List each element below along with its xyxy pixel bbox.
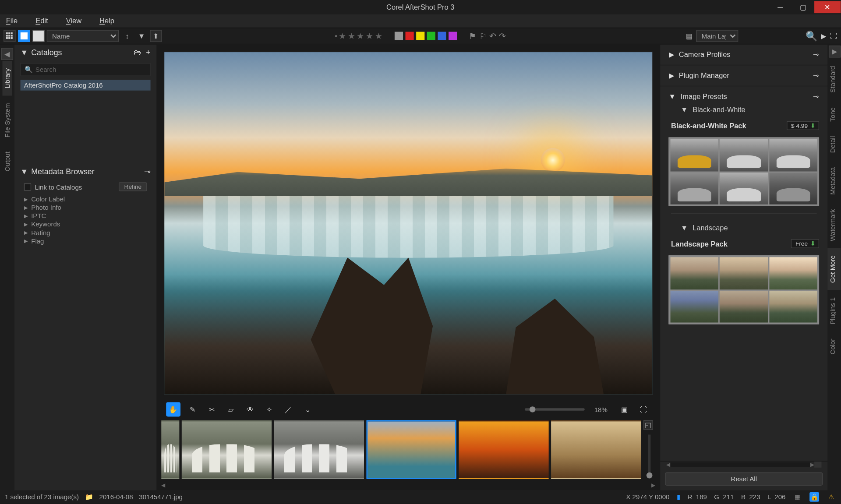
- meta-keywords[interactable]: ▶Keywords: [24, 220, 147, 228]
- land-preset-1[interactable]: [671, 257, 719, 289]
- swatch-gray[interactable]: [395, 32, 403, 40]
- thumb-3-selected[interactable]: [367, 420, 456, 479]
- layer-dropdown[interactable]: Main Layer: [696, 30, 738, 42]
- status-warn-icon[interactable]: ⚠: [826, 492, 836, 502]
- bw-preset-2[interactable]: [720, 139, 768, 171]
- heal-tool[interactable]: ✧: [262, 402, 276, 417]
- status-lock-icon[interactable]: 🔒: [809, 492, 819, 502]
- thumb-4[interactable]: [459, 420, 548, 479]
- land-preset-2[interactable]: [720, 257, 768, 289]
- land-preset-6[interactable]: [769, 290, 817, 322]
- bw-subheader[interactable]: ▼Black-and-White: [669, 103, 820, 116]
- rating-stars[interactable]: •★★★★★: [335, 31, 382, 41]
- right-hscroll[interactable]: ◀▶: [660, 462, 827, 468]
- rtab-metadata[interactable]: Metadata: [827, 160, 841, 202]
- menu-help[interactable]: Help: [99, 17, 114, 25]
- rtab-getmore[interactable]: Get More: [827, 248, 841, 290]
- fit-icon[interactable]: ▣: [617, 402, 632, 417]
- landscape-subheader[interactable]: ▼Landscape: [669, 221, 820, 234]
- import-button[interactable]: ⬆: [150, 30, 162, 42]
- thumb-5[interactable]: [551, 420, 641, 479]
- compare-view-button[interactable]: [32, 30, 44, 42]
- grid-view-button[interactable]: [4, 30, 15, 42]
- tab-library[interactable]: Library: [2, 61, 12, 96]
- status-grid-icon[interactable]: ▦: [793, 492, 802, 502]
- rtab-color[interactable]: Color: [827, 331, 841, 362]
- plugin-manager-header[interactable]: ▶Plugin Manager⊸: [669, 69, 820, 82]
- pan-tool[interactable]: ✋: [166, 402, 180, 417]
- swatch-blue[interactable]: [438, 32, 446, 40]
- metadata-pin-icon[interactable]: ⊸: [144, 167, 151, 176]
- brush-tool[interactable]: ／: [281, 402, 296, 417]
- meta-iptc[interactable]: ▶IPTC: [24, 211, 147, 220]
- color-labels[interactable]: [395, 32, 457, 40]
- filmstrip-expand-icon[interactable]: ◱: [643, 420, 653, 430]
- camera-profiles-header[interactable]: ▶Camera Profiles⊸: [669, 48, 820, 61]
- filter-button[interactable]: ▼: [135, 30, 147, 42]
- land-preset-4[interactable]: [671, 290, 719, 322]
- redeye-tool[interactable]: 👁: [243, 402, 258, 417]
- swatch-red[interactable]: [405, 32, 413, 40]
- bw-preset-1[interactable]: [671, 139, 719, 171]
- tab-filesystem[interactable]: File System: [2, 96, 12, 145]
- bw-preset-3[interactable]: [769, 139, 817, 171]
- expand-icon[interactable]: ⛶: [636, 402, 651, 417]
- layers-icon[interactable]: ▤: [686, 32, 693, 40]
- search-input[interactable]: 🔍 Search: [21, 63, 151, 76]
- rtab-plugins[interactable]: Plugins 1: [827, 290, 841, 331]
- link-catalogs-checkbox[interactable]: [24, 183, 31, 190]
- rtab-tone[interactable]: Tone: [827, 100, 841, 129]
- single-view-button[interactable]: [18, 30, 30, 42]
- catalogs-header[interactable]: ▼ Catalogs 🗁 +: [14, 44, 157, 60]
- redo-icon[interactable]: ↷: [499, 31, 506, 41]
- swatch-purple[interactable]: [449, 32, 457, 40]
- thumb-2[interactable]: [274, 420, 364, 479]
- catalog-item[interactable]: AfterShotPro Catalog 2016: [21, 80, 151, 91]
- maximize-button[interactable]: ▢: [792, 1, 814, 13]
- bw-preset-6[interactable]: [769, 173, 817, 204]
- rtab-detail[interactable]: Detail: [827, 129, 841, 160]
- nav-back-button[interactable]: ◀: [1, 48, 13, 60]
- search-icon[interactable]: 🔍: [806, 30, 817, 42]
- refine-button[interactable]: Refine: [119, 182, 147, 191]
- crop-tool[interactable]: ✂: [205, 402, 219, 417]
- minimize-button[interactable]: ─: [769, 1, 792, 13]
- zoom-slider[interactable]: [525, 408, 585, 410]
- rtab-standard[interactable]: Standard: [827, 59, 841, 100]
- flag-icon[interactable]: ⚑: [469, 31, 477, 41]
- menu-view[interactable]: View: [66, 17, 81, 25]
- menu-edit[interactable]: Edit: [35, 17, 48, 25]
- meta-flag[interactable]: ▶Flag: [24, 237, 147, 245]
- meta-rating[interactable]: ▶Rating: [24, 229, 147, 237]
- metadata-header[interactable]: ▼ Metadata Browser ⊸: [14, 164, 157, 180]
- thumb-0[interactable]: [161, 420, 179, 479]
- nav-forward-button[interactable]: ▶: [829, 46, 841, 57]
- slideshow-icon[interactable]: ▶: [821, 32, 826, 40]
- land-preset-5[interactable]: [720, 290, 768, 322]
- reset-all-button[interactable]: Reset All: [665, 472, 823, 486]
- menu-file[interactable]: File: [6, 17, 18, 25]
- rtab-watermark[interactable]: Watermark: [827, 202, 841, 248]
- landscape-download-button[interactable]: Free⬇: [791, 239, 819, 248]
- catalog-folder-icon[interactable]: 🗁: [134, 48, 141, 57]
- main-image[interactable]: [164, 52, 653, 395]
- bw-buy-button[interactable]: $ 4.99⬇: [787, 121, 819, 130]
- meta-photo-info[interactable]: ▶Photo Info: [24, 203, 147, 211]
- bw-preset-4[interactable]: [671, 173, 719, 204]
- meta-color-label[interactable]: ▶Color Label: [24, 195, 147, 203]
- flag-off-icon[interactable]: ⚐: [479, 31, 487, 41]
- land-preset-3[interactable]: [769, 257, 817, 289]
- straighten-tool[interactable]: ▱: [224, 402, 238, 417]
- thumb-1[interactable]: [182, 420, 272, 479]
- catalog-add-icon[interactable]: +: [146, 48, 150, 57]
- swatch-green[interactable]: [427, 32, 435, 40]
- sort-direction-button[interactable]: ↕: [121, 30, 133, 42]
- close-button[interactable]: ✕: [814, 1, 841, 13]
- eyedropper-tool[interactable]: ✎: [185, 402, 200, 417]
- sort-dropdown[interactable]: Name: [47, 30, 119, 42]
- swatch-yellow[interactable]: [416, 32, 424, 40]
- tab-output[interactable]: Output: [2, 145, 12, 179]
- fullscreen-icon[interactable]: ⛶: [830, 32, 837, 40]
- undo-icon[interactable]: ↶: [489, 31, 496, 41]
- bw-preset-5[interactable]: [720, 173, 768, 204]
